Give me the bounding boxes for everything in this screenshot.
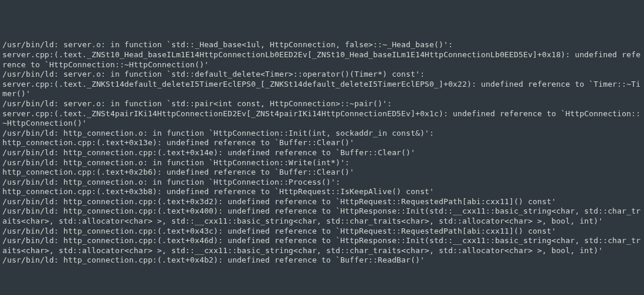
terminal-line: /usr/bin/ld: http_connection.cpp:(.text+… xyxy=(2,197,642,207)
terminal-line: /usr/bin/ld: http_connection.cpp:(.text+… xyxy=(2,148,642,158)
terminal-line: /usr/bin/ld: server.o: in function `std:… xyxy=(2,70,642,80)
terminal-line: /usr/bin/ld: http_connection.o: in funct… xyxy=(2,129,642,139)
terminal-line: /usr/bin/ld: http_connection.o: in funct… xyxy=(2,158,642,168)
terminal-line: /usr/bin/ld: server.o: in function `std:… xyxy=(2,99,642,109)
terminal-line: /usr/bin/ld: http_connection.cpp:(.text+… xyxy=(2,255,642,266)
terminal-line: /usr/bin/ld: http_connection.cpp:(.text+… xyxy=(2,206,642,226)
terminal-line: http_connection.cpp:(.text+0x13e): undef… xyxy=(2,138,642,148)
terminal-line: /usr/bin/ld: server.o: in function `std:… xyxy=(2,40,642,50)
terminal-line: http_connection.cpp:(.text+0x3b8): undef… xyxy=(2,187,642,197)
terminal-line: http_connection.cpp:(.text+0x2b6): undef… xyxy=(2,168,642,178)
terminal-line: server.cpp:(.text._ZNSt10_Head_baseILm1E… xyxy=(2,50,642,70)
terminal-line: server.cpp:(.text._ZNKSt14default_delete… xyxy=(2,80,642,99)
terminal-output: /usr/bin/ld: server.o: in function `std:… xyxy=(2,40,642,266)
terminal-line: /usr/bin/ld: http_connection.cpp:(.text+… xyxy=(2,227,642,237)
terminal-line: server.cpp:(.text._ZNSt4pairIKi14HttpCon… xyxy=(2,109,642,129)
terminal-line: /usr/bin/ld: http_connection.cpp:(.text+… xyxy=(2,236,642,255)
terminal-line: /usr/bin/ld: http_connection.o: in funct… xyxy=(2,178,642,188)
